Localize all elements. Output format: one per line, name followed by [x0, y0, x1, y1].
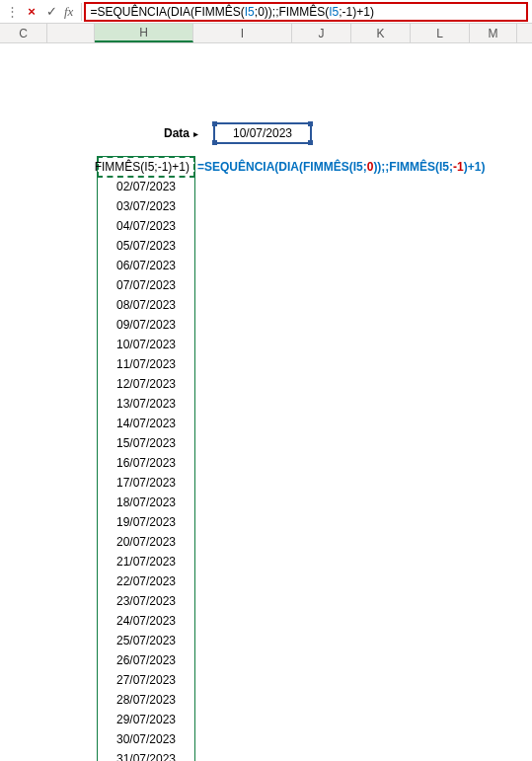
date-cell[interactable]: 28/07/2023	[98, 690, 194, 710]
date-cell[interactable]: 09/07/2023	[98, 315, 194, 335]
date-cell[interactable]: 16/07/2023	[98, 453, 194, 473]
date-cell[interactable]: 14/07/2023	[98, 414, 194, 433]
divider	[81, 3, 82, 21]
inline-formula-display: =SEQUÊNCIA(DIA(FIMMÊS(I5;0));;FIMMÊS(I5;…	[197, 156, 485, 178]
date-input-cell[interactable]: 10/07/2023	[213, 122, 312, 144]
column-header[interactable]: J	[292, 24, 351, 42]
date-cell[interactable]: 18/07/2023	[98, 493, 194, 512]
column-header[interactable]: L	[411, 24, 470, 42]
fx-icon[interactable]: fx	[64, 4, 73, 20]
date-value: 10/07/2023	[233, 126, 292, 140]
date-cell[interactable]: 26/07/2023	[98, 650, 194, 670]
date-cell[interactable]: 27/07/2023	[98, 670, 194, 690]
date-cell[interactable]: 08/07/2023	[98, 295, 194, 315]
date-cell[interactable]: 31/07/2023	[98, 749, 194, 761]
date-cell[interactable]: 07/07/2023	[98, 275, 194, 295]
date-cell[interactable]: 25/07/2023	[98, 631, 194, 650]
date-cell[interactable]: 30/07/2023	[98, 729, 194, 749]
formula-input[interactable]: =SEQUÊNCIA(DIA(FIMMÊS(I5;0));;FIMMÊS(I5;…	[84, 2, 528, 22]
column-header[interactable]: K	[351, 24, 411, 42]
date-cell[interactable]: 12/07/2023	[98, 374, 194, 394]
data-label: Data	[95, 126, 193, 140]
date-cell[interactable]: 29/07/2023	[98, 710, 194, 729]
dates-column: FIMMÊS(I5;-1)+1) 02/07/2023 03/07/2023 0…	[97, 156, 195, 761]
column-header-gap	[47, 24, 95, 42]
date-cell[interactable]: 20/07/2023	[98, 532, 194, 552]
enter-icon[interactable]: ✓	[44, 5, 58, 19]
date-cell[interactable]: 21/07/2023	[98, 552, 194, 571]
date-cell[interactable]: 03/07/2023	[98, 196, 194, 216]
date-cell[interactable]: 13/07/2023	[98, 394, 194, 414]
date-cell[interactable]: 24/07/2023	[98, 611, 194, 631]
spreadsheet-grid[interactable]: Data ▸ 10/07/2023 FIMMÊS(I5;-1)+1) 02/07…	[0, 122, 532, 761]
column-header[interactable]: I	[193, 24, 292, 42]
active-cell[interactable]: FIMMÊS(I5;-1)+1)	[97, 156, 195, 178]
menu-dots-icon[interactable]: ⋮	[6, 4, 19, 19]
date-cell[interactable]: 04/07/2023	[98, 216, 194, 236]
column-header[interactable]: M	[470, 24, 517, 42]
column-header[interactable]: C	[0, 24, 47, 42]
date-cell[interactable]: 22/07/2023	[98, 571, 194, 591]
column-headers: C H I J K L M	[0, 24, 532, 43]
date-cell[interactable]: 10/07/2023	[98, 335, 194, 354]
cancel-icon[interactable]: ×	[25, 5, 38, 19]
date-cell[interactable]: 06/07/2023	[98, 256, 194, 275]
date-cell[interactable]: 23/07/2023	[98, 591, 194, 611]
formula-bar: ⋮ × ✓ fx =SEQUÊNCIA(DIA(FIMMÊS(I5;0));;F…	[0, 0, 532, 24]
date-cell[interactable]: 19/07/2023	[98, 512, 194, 532]
date-cell[interactable]: 15/07/2023	[98, 433, 194, 453]
column-header[interactable]: H	[95, 24, 193, 42]
date-cell[interactable]: 11/07/2023	[98, 354, 194, 374]
date-cell[interactable]: 17/07/2023	[98, 473, 194, 493]
date-cell[interactable]: 05/07/2023	[98, 236, 194, 256]
date-cell[interactable]: 02/07/2023	[98, 177, 194, 196]
arrow-icon: ▸	[193, 128, 205, 139]
